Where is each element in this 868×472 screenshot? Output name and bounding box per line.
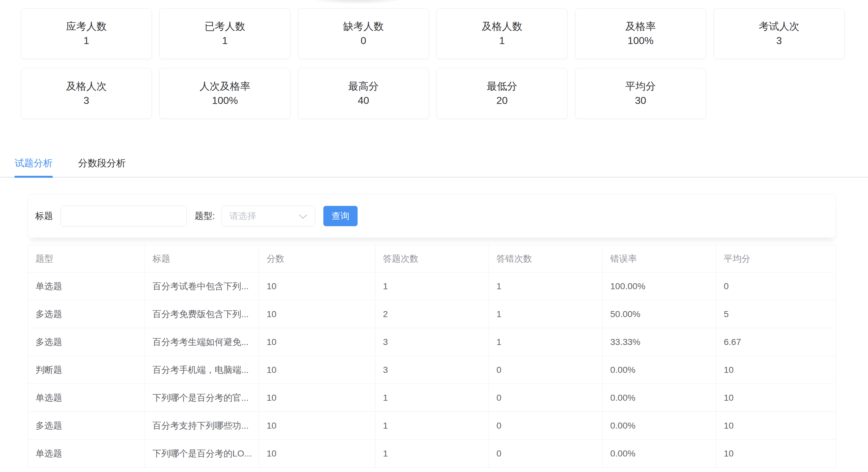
- question-type-select[interactable]: 请选择: [222, 206, 315, 227]
- table-cell: 0.00%: [603, 384, 716, 412]
- stat-card-value: 30: [635, 94, 646, 108]
- table-cell: 10: [259, 356, 375, 384]
- table-cell: 0: [489, 384, 603, 412]
- column-header: 错误率: [603, 245, 716, 272]
- table-cell: 百分考试卷中包含下列...: [145, 272, 259, 300]
- table-cell: 10: [259, 440, 375, 468]
- tab-score-segment-analysis[interactable]: 分数段分析: [78, 153, 126, 177]
- table-cell: 10: [716, 356, 836, 384]
- table-cell: 百分考考生端如何避免...: [145, 328, 259, 356]
- stat-card-value: 1: [84, 34, 89, 48]
- table-cell: 50.00%: [603, 300, 716, 328]
- stat-card-value: 100%: [212, 94, 238, 108]
- table-cell: 3: [375, 356, 489, 384]
- stat-card-value: 40: [358, 94, 369, 108]
- column-header: 答错次数: [489, 245, 603, 272]
- stat-card: 人次及格率100%: [159, 68, 290, 119]
- table-cell: 10: [259, 412, 375, 440]
- filter-panel: 标题 题型: 请选择 查询: [28, 194, 836, 238]
- table-cell: 0.00%: [603, 440, 716, 468]
- table-cell: 5: [716, 300, 836, 328]
- stat-card-value: 0: [361, 34, 367, 48]
- table-cell: 单选题: [28, 384, 145, 412]
- table-cell: 1: [489, 272, 603, 300]
- table-row: 单选题下列哪个是百分考的官...10100.00%10: [28, 384, 836, 412]
- table-cell: 100.00%: [603, 272, 716, 300]
- table-cell: 多选题: [28, 412, 145, 440]
- stat-card-label: 考试人次: [759, 19, 800, 34]
- table-cell: 下列哪个是百分考的官...: [145, 384, 259, 412]
- table-cell: 1: [375, 272, 489, 300]
- stat-card: 及格人数1: [437, 8, 567, 59]
- table-cell: 单选题: [28, 440, 145, 468]
- table-cell: 10: [716, 440, 836, 468]
- stat-card-value: 100%: [628, 34, 654, 48]
- table-cell: 3: [375, 328, 489, 356]
- table-cell: 0.00%: [603, 356, 716, 384]
- column-header: 平均分: [716, 245, 836, 272]
- table-row: 判断题百分考手机端，电脑端...10300.00%10: [28, 356, 836, 384]
- questions-table: 题型标题分数答题次数答错次数错误率平均分单选题百分考试卷中包含下列...1011…: [28, 245, 836, 468]
- table-cell: 33.33%: [603, 328, 716, 356]
- table-cell: 百分考免费版包含下列...: [145, 300, 259, 328]
- stat-card: 缺考人数0: [298, 8, 429, 59]
- table-cell: 0: [489, 356, 603, 384]
- table-cell: 多选题: [28, 328, 145, 356]
- table-row: 单选题下列哪个是百分考的LO...10100.00%10: [28, 440, 836, 468]
- tab-question-analysis[interactable]: 试题分析: [14, 153, 53, 177]
- table-row: 多选题百分考考生端如何避免...103133.33%6.67: [28, 328, 836, 356]
- table-cell: 百分考支持下列哪些功...: [145, 412, 259, 440]
- question-type-label: 题型:: [195, 210, 215, 222]
- stat-card-row: 及格人次3人次及格率100%最高分40最低分20平均分30: [21, 68, 844, 119]
- column-header: 题型: [28, 245, 145, 272]
- chevron-down-icon: [299, 211, 307, 219]
- stat-card-value: 3: [84, 94, 89, 108]
- stat-card: 及格率100%: [575, 8, 706, 59]
- stat-card-label: 及格人数: [482, 19, 522, 34]
- stat-card-label: 最高分: [348, 79, 379, 94]
- stat-card-label: 及格率: [625, 19, 656, 34]
- stat-card-label: 人次及格率: [200, 79, 250, 94]
- table-cell: 10: [259, 328, 375, 356]
- stat-card-label: 最低分: [487, 79, 517, 94]
- table-cell: 10: [259, 300, 375, 328]
- stat-card: 平均分30: [575, 68, 706, 119]
- stat-card-row: 应考人数1已考人数1缺考人数0及格人数1及格率100%考试人次3: [21, 8, 844, 59]
- stat-card-label: 及格人次: [66, 79, 107, 94]
- title-input[interactable]: [61, 206, 187, 227]
- stat-card-value: 1: [222, 34, 228, 48]
- stat-card: 最低分20: [437, 68, 567, 119]
- table-cell: 百分考手机端，电脑端...: [145, 356, 259, 384]
- table-cell: 0: [716, 272, 836, 300]
- table-cell: 单选题: [28, 272, 145, 300]
- table-cell: 下列哪个是百分考的LO...: [145, 440, 259, 468]
- stat-card-label: 已考人数: [205, 19, 245, 34]
- select-placeholder: 请选择: [229, 210, 256, 222]
- column-header: 标题: [145, 245, 259, 272]
- table-cell: 1: [375, 440, 489, 468]
- stat-card-label: 应考人数: [66, 19, 107, 34]
- table-cell: 0: [489, 440, 603, 468]
- table-cell: 10: [259, 272, 375, 300]
- stat-card: 考试人次3: [714, 8, 844, 59]
- title-label: 标题: [35, 210, 53, 222]
- table-cell: 多选题: [28, 300, 145, 328]
- stat-card: 最高分40: [298, 68, 429, 119]
- table-header-row: 题型标题分数答题次数答错次数错误率平均分: [28, 245, 836, 272]
- column-header: 答题次数: [375, 245, 489, 272]
- tabs-bar: 试题分析 分数段分析: [0, 153, 868, 178]
- stat-card: 应考人数1: [21, 8, 152, 59]
- search-button[interactable]: 查询: [323, 206, 358, 226]
- table-cell: 10: [259, 384, 375, 412]
- table-cell: 1: [375, 412, 489, 440]
- stats-cards: 应考人数1已考人数1缺考人数0及格人数1及格率100%考试人次3及格人次3人次及…: [21, 8, 844, 128]
- table-row: 多选题百分考免费版包含下列...102150.00%5: [28, 300, 836, 328]
- table-cell: 2: [375, 300, 489, 328]
- table-cell: 1: [489, 328, 603, 356]
- stat-card: 及格人次3: [21, 68, 152, 119]
- top-cutoff-shadow: [287, 0, 426, 7]
- table-cell: 6.67: [716, 328, 836, 356]
- table-row: 单选题百分考试卷中包含下列...1011100.00%0: [28, 272, 836, 300]
- table-cell: 判断题: [28, 356, 145, 384]
- table-cell: 10: [716, 412, 836, 440]
